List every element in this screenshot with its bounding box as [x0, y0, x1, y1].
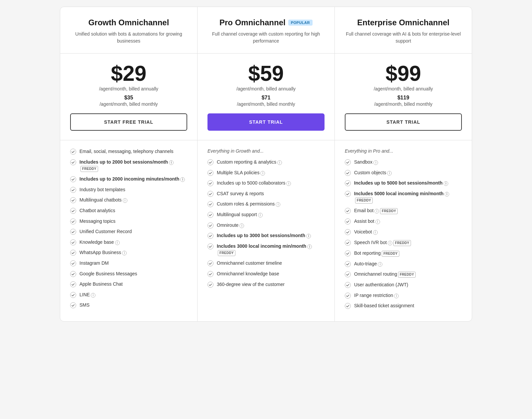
- feature-text: Omnichannel routingFREDDY: [354, 271, 462, 278]
- svg-point-31: [345, 208, 351, 214]
- info-icon[interactable]: i: [445, 192, 449, 197]
- check-icon: [345, 208, 351, 214]
- list-item: Messaging topics: [70, 218, 187, 225]
- freddy-badge: FREDDY: [393, 240, 411, 246]
- feature-text: Bot reportingFREDDY: [354, 250, 462, 257]
- list-item: Knowledge basei: [70, 239, 187, 246]
- svg-point-6: [70, 218, 76, 224]
- freddy-badge: FREDDY: [380, 208, 398, 214]
- list-item: IP range restrictioni: [345, 292, 462, 299]
- cta-button-pro[interactable]: START TRIAL: [207, 113, 325, 131]
- info-icon[interactable]: i: [444, 181, 448, 186]
- plan-name-row-enterprise: Enterprise Omnichannel: [357, 18, 449, 27]
- info-icon[interactable]: i: [258, 213, 263, 217]
- info-icon[interactable]: i: [260, 171, 265, 176]
- info-icon[interactable]: i: [373, 160, 378, 165]
- info-icon[interactable]: i: [180, 177, 185, 182]
- features-intro-enterprise: Everything in Pro and...: [345, 148, 462, 154]
- info-icon[interactable]: i: [394, 294, 399, 298]
- list-item: Multilingual chatbotsi: [70, 197, 187, 204]
- plan-name-row-pro: Pro OmnichannelPOPULAR: [219, 18, 313, 27]
- check-icon: [207, 180, 213, 186]
- plan-name-growth: Growth Omnichannel: [88, 18, 169, 27]
- feature-text: Includes up to 3000 bot sessions/monthi: [217, 232, 325, 239]
- svg-point-32: [345, 219, 351, 224]
- check-icon: [70, 250, 76, 256]
- info-icon[interactable]: i: [122, 251, 127, 255]
- feature-text: Multiple SLA policiesi: [217, 170, 325, 176]
- list-item: Includes up to 3000 bot sessions/monthi: [207, 232, 325, 239]
- check-icon: [70, 149, 76, 155]
- svg-point-34: [345, 240, 351, 245]
- svg-point-36: [345, 261, 351, 267]
- freddy-badge: FREDDY: [80, 166, 98, 172]
- plan-header-pro: Pro OmnichannelPOPULARFull channel cover…: [198, 7, 334, 54]
- info-icon[interactable]: i: [307, 244, 312, 249]
- info-icon[interactable]: i: [239, 223, 244, 228]
- feature-text: Includes up to 5000 collaboratorsi: [217, 180, 325, 187]
- svg-point-10: [70, 260, 76, 266]
- svg-point-30: [345, 191, 351, 197]
- svg-point-0: [70, 149, 76, 155]
- list-item: Bot reportingFREDDY: [345, 250, 462, 257]
- info-icon[interactable]: i: [123, 198, 127, 203]
- svg-point-18: [208, 191, 213, 197]
- info-icon[interactable]: i: [276, 202, 280, 207]
- list-item: Voiceboti: [345, 229, 462, 235]
- list-item: Omnichannel knowledge base: [207, 271, 325, 277]
- check-icon: [70, 187, 76, 193]
- check-icon: [345, 271, 351, 277]
- check-icon: [70, 197, 76, 203]
- list-item: Includes up to 5000 collaboratorsi: [207, 180, 325, 187]
- info-icon[interactable]: i: [115, 240, 120, 245]
- svg-point-35: [345, 250, 351, 256]
- plan-pricing-pro: $59/agent/month, billed annually$71/agen…: [198, 54, 334, 140]
- plan-col-pro: Pro OmnichannelPOPULARFull channel cover…: [198, 7, 335, 321]
- check-icon: [207, 212, 213, 218]
- list-item: Omnichannel customer timeline: [207, 260, 325, 267]
- svg-point-21: [208, 222, 213, 228]
- info-icon[interactable]: i: [277, 160, 282, 165]
- info-icon[interactable]: i: [169, 160, 174, 165]
- info-icon[interactable]: i: [378, 262, 382, 267]
- check-icon: [345, 159, 351, 165]
- svg-point-17: [208, 181, 213, 186]
- feature-text: Messaging topics: [79, 218, 187, 225]
- feature-text: Multilingual chatbotsi: [79, 197, 187, 204]
- info-icon[interactable]: i: [388, 241, 392, 245]
- check-icon: [207, 201, 213, 207]
- check-icon: [70, 176, 76, 182]
- plan-features-enterprise: Everything in Pro and...SandboxiCustom o…: [335, 140, 472, 321]
- popular-badge-pro: POPULAR: [288, 20, 313, 26]
- cta-button-growth[interactable]: START FREE TRIAL: [70, 113, 187, 131]
- list-item: Multiple SLA policiesi: [207, 170, 325, 176]
- info-icon[interactable]: i: [373, 230, 378, 235]
- price-annual-enterprise: $99: [345, 63, 462, 84]
- plan-features-pro: Everything in Growth and...Custom report…: [198, 140, 334, 321]
- check-icon: [207, 260, 213, 266]
- feature-text: WhatsApp Businessi: [79, 249, 187, 256]
- check-icon: [70, 239, 76, 245]
- list-item: Instagram DM: [70, 260, 187, 267]
- svg-point-16: [208, 170, 213, 176]
- cta-button-enterprise[interactable]: START TRIAL: [345, 113, 462, 131]
- feature-text: Omniroutei: [217, 222, 325, 229]
- feature-text: Custom roles & permissionsi: [217, 201, 325, 208]
- info-icon[interactable]: i: [374, 209, 379, 213]
- feature-text: Includes 3000 local incoming min/monthiF…: [217, 243, 325, 256]
- info-icon[interactable]: i: [375, 219, 380, 224]
- svg-point-33: [345, 229, 351, 235]
- list-item: WhatsApp Businessi: [70, 249, 187, 256]
- check-icon: [345, 191, 351, 197]
- info-icon[interactable]: i: [306, 234, 311, 238]
- info-icon[interactable]: i: [387, 171, 392, 176]
- billing-monthly-enterprise: /agent/month, billed monthly: [345, 101, 462, 107]
- info-icon[interactable]: i: [286, 181, 291, 186]
- svg-point-1: [70, 159, 76, 165]
- price-annual-pro: $59: [207, 63, 325, 84]
- check-icon: [345, 261, 351, 267]
- info-icon[interactable]: i: [91, 293, 95, 298]
- list-item: Custom roles & permissionsi: [207, 201, 325, 208]
- plan-pricing-enterprise: $99/agent/month, billed annually$119/age…: [335, 54, 472, 140]
- svg-point-24: [208, 261, 213, 266]
